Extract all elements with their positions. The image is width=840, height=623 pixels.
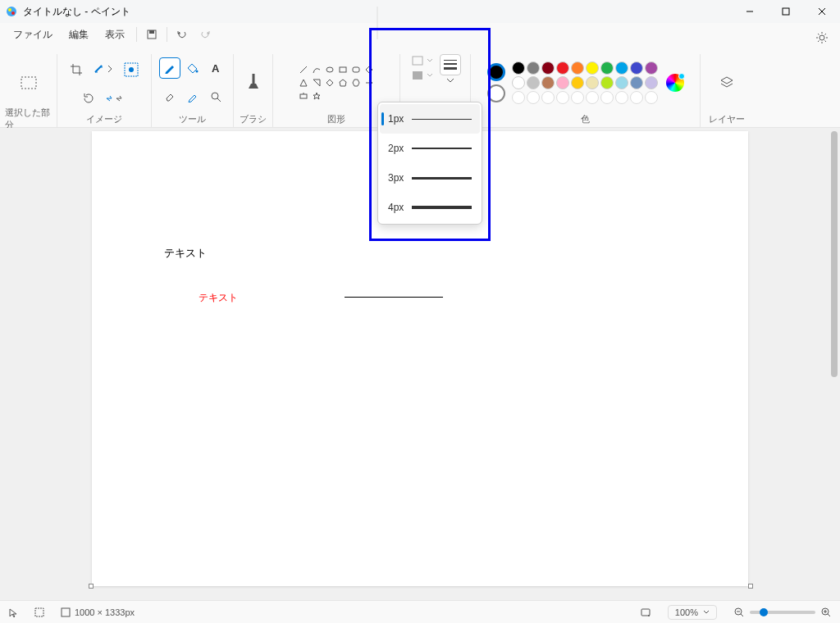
shapes-grid[interactable]	[298, 64, 375, 102]
color-swatch[interactable]	[512, 76, 525, 89]
menu-edit[interactable]: 編集	[61, 23, 97, 46]
resize-handle-se[interactable]	[748, 584, 753, 589]
thickness-option-3px[interactable]: 3px	[380, 163, 480, 193]
close-button[interactable]	[804, 0, 840, 23]
maximize-button[interactable]	[768, 0, 804, 23]
color-swatch[interactable]	[600, 91, 614, 104]
color-swatch[interactable]	[556, 91, 569, 104]
zoom-slider[interactable]	[750, 611, 815, 614]
layers-button[interactable]	[714, 70, 739, 95]
fit-screen-button[interactable]	[640, 607, 651, 618]
color-swatch[interactable]	[586, 61, 599, 75]
color-swatch[interactable]	[571, 61, 584, 75]
menu-view[interactable]: 表示	[97, 23, 133, 46]
svg-line-17	[300, 66, 307, 73]
svg-point-0	[7, 7, 16, 16]
color-swatch[interactable]	[527, 61, 540, 75]
rotate-button[interactable]	[78, 88, 99, 109]
color-swatch[interactable]	[541, 76, 555, 89]
color-swatch[interactable]	[645, 91, 658, 104]
color-swatch[interactable]	[600, 61, 614, 75]
color-swatch[interactable]	[556, 61, 569, 75]
window-controls	[732, 0, 840, 23]
svg-rect-23	[413, 57, 422, 65]
fill-tool[interactable]	[182, 57, 203, 79]
svg-point-12	[129, 67, 134, 72]
svg-rect-19	[340, 67, 346, 72]
scroll-thumb[interactable]	[831, 131, 838, 377]
color-swatch[interactable]	[527, 76, 540, 89]
color-swatch[interactable]	[645, 76, 658, 89]
svg-point-13	[195, 70, 198, 72]
zoom-in-button[interactable]	[820, 607, 832, 618]
color-swatch[interactable]	[571, 76, 584, 89]
minimize-button[interactable]	[732, 0, 768, 23]
outline-option[interactable]	[412, 56, 433, 66]
svg-rect-21	[300, 94, 307, 98]
group-label-image: イメージ	[86, 111, 122, 127]
color-picker-button[interactable]	[666, 74, 684, 92]
color-swatch[interactable]	[541, 61, 555, 75]
undo-button[interactable]	[171, 23, 194, 46]
color-swatch[interactable]	[571, 91, 584, 104]
text-tool[interactable]: A	[205, 57, 226, 79]
save-button[interactable]	[140, 23, 163, 46]
thickness-option-2px[interactable]: 2px	[380, 134, 480, 163]
color-swatch[interactable]	[615, 76, 628, 89]
svg-rect-20	[353, 67, 359, 72]
eyedropper-tool[interactable]	[182, 86, 203, 107]
thickness-preview	[412, 177, 472, 180]
magnifier-tool[interactable]	[205, 86, 226, 107]
crop-button[interactable]	[66, 59, 87, 80]
pencil-tool[interactable]	[159, 57, 180, 79]
brush-button[interactable]	[241, 66, 266, 99]
color-1[interactable]	[487, 63, 505, 81]
color-palette[interactable]	[512, 61, 658, 104]
flip-button[interactable]	[101, 88, 130, 109]
thickness-option-1px[interactable]: 1px	[380, 104, 480, 134]
select-tool[interactable]	[14, 68, 43, 98]
color-2[interactable]	[487, 84, 505, 102]
svg-rect-4	[783, 8, 789, 15]
thickness-preview	[412, 148, 472, 149]
color-swatch[interactable]	[615, 91, 628, 104]
thickness-button[interactable]	[440, 54, 461, 75]
resize-handle-sw[interactable]	[89, 584, 94, 589]
thickness-option-4px[interactable]: 4px	[380, 193, 480, 222]
color-swatch[interactable]	[586, 76, 599, 89]
fill-option[interactable]	[412, 70, 433, 80]
thickness-label: 2px	[388, 143, 404, 154]
thickness-dropdown: 1px2px3px4px	[377, 102, 482, 225]
separator	[136, 27, 137, 42]
color-swatch[interactable]	[630, 61, 643, 75]
zoom-value[interactable]: 100%	[668, 605, 717, 620]
color-swatch[interactable]	[541, 91, 555, 104]
svg-point-2	[11, 11, 15, 15]
color-swatch[interactable]	[512, 61, 525, 75]
color-swatch[interactable]	[586, 91, 599, 104]
chevron-down-icon[interactable]	[446, 77, 454, 84]
menu-file[interactable]: ファイル	[5, 23, 61, 46]
color-swatch[interactable]	[645, 61, 658, 75]
color-swatch[interactable]	[615, 61, 628, 75]
color-swatch[interactable]	[630, 76, 643, 89]
resize-button[interactable]	[89, 59, 118, 80]
svg-point-9	[819, 35, 824, 40]
thickness-preview	[412, 206, 472, 209]
svg-rect-27	[641, 609, 650, 616]
ai-select-button[interactable]	[120, 56, 143, 84]
group-colors: 色	[471, 54, 701, 127]
color-swatch[interactable]	[556, 76, 569, 89]
color-swatch[interactable]	[630, 91, 643, 104]
svg-point-1	[8, 8, 11, 11]
color-swatch[interactable]	[600, 76, 614, 89]
thickness-label: 3px	[388, 172, 404, 184]
color-swatch[interactable]	[527, 91, 540, 104]
zoom-out-button[interactable]	[733, 607, 745, 618]
group-label-tools: ツール	[179, 111, 206, 127]
color-swatch[interactable]	[512, 91, 525, 104]
settings-button[interactable]	[810, 26, 833, 49]
vertical-scrollbar[interactable]	[830, 128, 838, 598]
redo-button[interactable]	[194, 23, 217, 46]
eraser-tool[interactable]	[159, 86, 180, 107]
